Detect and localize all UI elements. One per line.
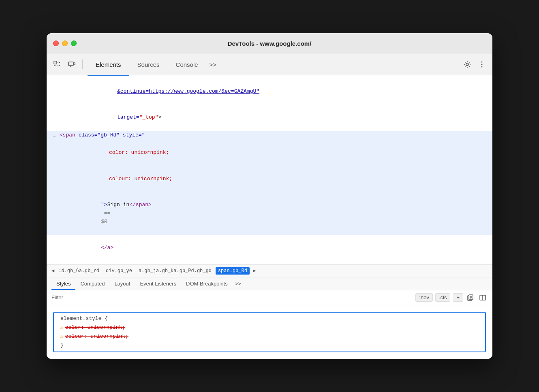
breadcrumb-item-1[interactable]: div.gb_ye: [103, 267, 135, 275]
tab-styles[interactable]: Styles: [51, 277, 75, 290]
svg-rect-0: [54, 61, 57, 64]
close-button[interactable]: [53, 40, 59, 46]
add-style-button[interactable]: +: [453, 293, 463, 302]
html-line-4: color: unicornpink;: [47, 140, 492, 166]
filter-actions: :hov .cls +: [415, 293, 488, 303]
html-line-3: … <span class="gb_Rd" style=": [47, 131, 492, 140]
tab-event-listeners[interactable]: Event Listeners: [135, 277, 181, 290]
css-property-color: color: unicornpink;: [65, 323, 125, 332]
toggle-sidebar-icon[interactable]: [478, 293, 488, 303]
svg-rect-4: [68, 62, 73, 66]
toolbar-right: [462, 59, 488, 70]
window-title: DevTools - www.google.com/: [228, 40, 312, 47]
devtools-window: DevTools - www.google.com/ Elements: [47, 33, 492, 359]
html-line-5: colour: unicornpink;: [47, 166, 492, 192]
css-property-colour: colour: unicornpink;: [65, 332, 128, 341]
html-line-7: </a>: [47, 235, 492, 261]
filter-bar: :hov .cls +: [47, 290, 492, 305]
html-line-6: ">Sign in</span> == $0: [47, 192, 492, 235]
maximize-button[interactable]: [71, 40, 77, 46]
toolbar: Elements Sources Console >>: [47, 54, 492, 75]
tab-dom-breakpoints[interactable]: DOM Breakpoints: [181, 277, 233, 290]
css-colour-line: ⚠️ colour: unicornpink;: [60, 332, 479, 341]
minimize-button[interactable]: [62, 40, 68, 46]
warning-icon-1: ⚠️: [60, 323, 64, 332]
tab-sources[interactable]: Sources: [129, 59, 168, 70]
menu-icon[interactable]: [476, 59, 488, 70]
styles-tab-bar: Styles Computed Layout Event Listeners D…: [47, 277, 492, 290]
hov-button[interactable]: :hov: [415, 293, 433, 302]
svg-rect-5: [74, 63, 75, 65]
title-bar: DevTools - www.google.com/: [47, 33, 492, 54]
html-panel: &continue=https://www.google.com/&ec=GAZ…: [47, 75, 492, 265]
tab-console[interactable]: Console: [168, 59, 206, 70]
traffic-lights: [53, 40, 77, 46]
css-close-brace: }: [60, 341, 64, 350]
html-line-2: target="_top">: [47, 104, 492, 130]
breadcrumb-item-2[interactable]: a.gb_ja.gb_ka.gb_Pd.gb_gd: [136, 267, 214, 275]
breadcrumb-item-3[interactable]: span.gb_Rd: [216, 267, 250, 275]
settings-icon[interactable]: [462, 59, 473, 70]
css-close-brace-line: }: [60, 341, 479, 350]
warning-icon-2: ⚠️: [60, 332, 64, 341]
content-area: &continue=https://www.google.com/&ec=GAZ…: [47, 75, 492, 359]
svg-point-9: [481, 64, 483, 65]
breadcrumb-left-arrow[interactable]: ◀: [51, 268, 54, 274]
more-styles-tabs[interactable]: >>: [233, 277, 244, 290]
more-tabs-button[interactable]: >>: [206, 59, 220, 70]
css-color-line: ⚠️ color: unicornpink;: [60, 323, 479, 332]
tab-bar: Elements Sources Console >>: [88, 59, 458, 70]
breadcrumb-bar: ◀ :d.gb_6a.gb_rd div.gb_ye a.gb_ja.gb_ka…: [47, 265, 492, 277]
breadcrumb-item-0[interactable]: :d.gb_6a.gb_rd: [56, 267, 102, 275]
copy-style-icon[interactable]: [466, 293, 475, 303]
bottom-panel: Styles Computed Layout Event Listeners D…: [47, 277, 492, 359]
cls-button[interactable]: .cls: [435, 293, 451, 302]
element-style-rule: element.style { ⚠️ color: unicornpink; ⚠…: [53, 312, 486, 352]
css-selector-line: element.style {: [60, 314, 479, 323]
svg-point-10: [481, 66, 483, 68]
tab-layout[interactable]: Layout: [109, 277, 135, 290]
tab-computed[interactable]: Computed: [75, 277, 109, 290]
svg-point-8: [481, 62, 483, 63]
html-line-1: &continue=https://www.google.com/&ec=GAZ…: [47, 79, 492, 104]
breadcrumb-right-arrow[interactable]: ▶: [253, 268, 256, 274]
css-selector: element.style {: [60, 314, 108, 323]
tab-elements[interactable]: Elements: [88, 59, 129, 70]
filter-input[interactable]: [51, 294, 412, 300]
device-icon[interactable]: [66, 59, 77, 70]
toolbar-divider: [82, 60, 83, 69]
svg-point-7: [466, 63, 468, 66]
css-panel: element.style { ⚠️ color: unicornpink; ⚠…: [47, 305, 492, 359]
inspect-icon[interactable]: [51, 59, 63, 70]
